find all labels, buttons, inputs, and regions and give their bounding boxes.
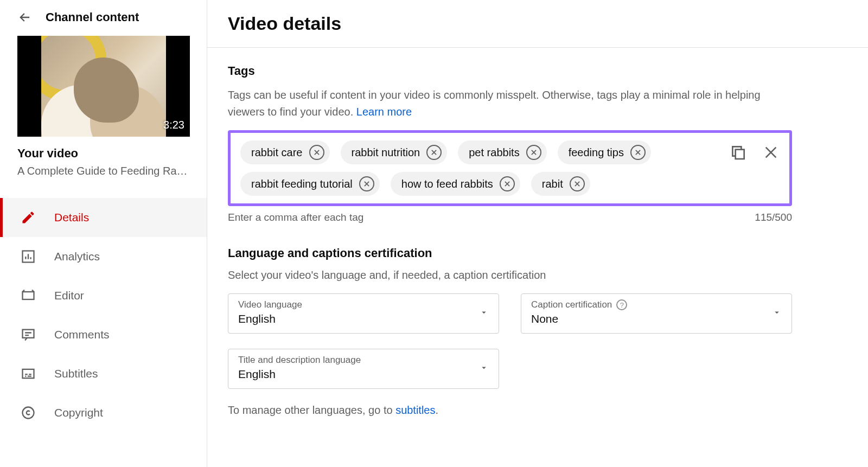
tag-chip: rabbit nutrition bbox=[341, 140, 448, 164]
video-thumbnail[interactable]: 3:23 bbox=[17, 36, 190, 137]
tag-label: rabit bbox=[542, 178, 563, 190]
page-title: Video details bbox=[228, 13, 868, 34]
sidebar-item-label: Analytics bbox=[54, 250, 100, 263]
subtitles-link[interactable]: subtitles bbox=[395, 404, 435, 416]
sidebar-item-label: Subtitles bbox=[54, 367, 98, 380]
tags-hint: Enter a comma after each tag bbox=[228, 212, 363, 223]
pencil-icon bbox=[21, 210, 36, 225]
copy-tags-icon[interactable] bbox=[730, 144, 747, 161]
title-desc-lang-label: Title and description language bbox=[238, 355, 489, 366]
your-video-title: A Complete Guide to Feeding Rabbit… bbox=[17, 165, 189, 177]
tags-footer: Enter a comma after each tag 115/500 bbox=[228, 212, 792, 223]
video-language-label: Video language bbox=[238, 299, 489, 310]
help-icon[interactable]: ? bbox=[616, 299, 627, 310]
sidebar-item-label: Details bbox=[54, 211, 89, 224]
analytics-icon bbox=[21, 249, 36, 264]
tag-chip: feeding tips bbox=[558, 140, 651, 164]
learn-more-link[interactable]: Learn more bbox=[356, 106, 412, 118]
channel-content-title: Channel content bbox=[46, 10, 139, 24]
your-video-block: Your video A Complete Guide to Feeding R… bbox=[0, 146, 207, 183]
svg-rect-2 bbox=[23, 330, 34, 338]
language-selects-row: Video language English Caption certifica… bbox=[228, 293, 792, 334]
sidebar-item-subtitles[interactable]: Subtitles bbox=[0, 354, 207, 393]
tag-label: feeding tips bbox=[569, 146, 624, 159]
tag-chip: rabbit feeding tutorial bbox=[240, 172, 380, 196]
svg-point-4 bbox=[23, 407, 34, 419]
tag-chip: rabit bbox=[531, 172, 590, 196]
sidebar-item-label: Comments bbox=[54, 328, 110, 341]
tag-label: rabbit care bbox=[251, 146, 303, 159]
caption-cert-label-text: Caption certification bbox=[531, 299, 612, 310]
tag-label: rabbit nutrition bbox=[352, 146, 420, 159]
manage-post: . bbox=[436, 404, 439, 416]
sidebar-item-comments[interactable]: Comments bbox=[0, 315, 207, 354]
tag-chip: how to feed rabbits bbox=[391, 172, 520, 196]
video-language-select[interactable]: Video language English bbox=[228, 293, 499, 334]
remove-tag-icon[interactable] bbox=[570, 176, 585, 191]
caret-down-icon bbox=[772, 308, 782, 319]
tag-chip: rabbit care bbox=[240, 140, 330, 164]
sidebar-item-copyright[interactable]: Copyright bbox=[0, 393, 207, 432]
remove-tag-icon[interactable] bbox=[426, 145, 442, 160]
main-header: Video details bbox=[207, 0, 868, 48]
tags-chip-container: rabbit carerabbit nutritionpet rabbitsfe… bbox=[240, 140, 722, 196]
tags-box-actions bbox=[730, 140, 780, 161]
tag-label: rabbit feeding tutorial bbox=[251, 178, 353, 190]
tags-description: Tags can be useful if content in your vi… bbox=[228, 87, 792, 120]
sidebar-item-analytics[interactable]: Analytics bbox=[0, 237, 207, 276]
thumbnail-image bbox=[41, 36, 166, 137]
language-description: Select your video's language and, if nee… bbox=[228, 269, 847, 282]
caption-cert-label: Caption certification ? bbox=[531, 299, 782, 310]
comments-icon bbox=[21, 327, 36, 342]
title-desc-lang-value: English bbox=[238, 368, 489, 381]
sidebar-header: Channel content bbox=[0, 10, 207, 36]
main-body: Tags Tags can be useful if content in yo… bbox=[207, 48, 868, 417]
sidebar-item-label: Copyright bbox=[54, 406, 103, 419]
subtitles-icon bbox=[21, 366, 36, 381]
remove-tag-icon[interactable] bbox=[526, 145, 541, 160]
manage-pre: To manage other languages, go to bbox=[228, 404, 395, 416]
back-arrow-icon[interactable] bbox=[17, 10, 33, 25]
svg-rect-5 bbox=[736, 150, 744, 159]
tag-label: how to feed rabbits bbox=[401, 178, 493, 190]
remove-tag-icon[interactable] bbox=[359, 176, 374, 191]
tags-heading: Tags bbox=[228, 64, 847, 78]
language-heading: Language and captions certification bbox=[228, 246, 847, 260]
video-duration: 3:23 bbox=[163, 119, 184, 131]
caption-certification-select[interactable]: Caption certification ? None bbox=[521, 293, 792, 334]
sidebar-item-editor[interactable]: Editor bbox=[0, 276, 207, 315]
caret-down-icon bbox=[479, 363, 489, 375]
copyright-icon bbox=[21, 405, 36, 420]
remove-tag-icon[interactable] bbox=[309, 145, 324, 160]
caption-cert-value: None bbox=[531, 312, 782, 325]
tags-input-box[interactable]: rabbit carerabbit nutritionpet rabbitsfe… bbox=[228, 130, 792, 206]
editor-icon bbox=[21, 288, 36, 303]
tag-label: pet rabbits bbox=[469, 146, 519, 159]
title-desc-language-select[interactable]: Title and description language English bbox=[228, 349, 499, 389]
remove-tag-icon[interactable] bbox=[630, 145, 646, 160]
title-lang-row: Title and description language English bbox=[228, 349, 792, 389]
caret-down-icon bbox=[479, 308, 489, 319]
svg-rect-1 bbox=[23, 292, 34, 299]
sidebar-nav: Details Analytics Editor Comments Subtit… bbox=[0, 198, 207, 432]
clear-tags-icon[interactable] bbox=[762, 144, 780, 161]
manage-languages-note: To manage other languages, go to subtitl… bbox=[228, 404, 847, 417]
sidebar-item-details[interactable]: Details bbox=[0, 198, 207, 237]
main: Video details Tags Tags can be useful if… bbox=[207, 0, 868, 467]
tag-chip: pet rabbits bbox=[458, 140, 546, 164]
sidebar-item-label: Editor bbox=[54, 289, 84, 302]
tags-counter: 115/500 bbox=[755, 212, 792, 223]
tags-desc-text: Tags can be useful if content in your vi… bbox=[228, 89, 761, 118]
video-language-value: English bbox=[238, 312, 489, 325]
sidebar: Channel content 3:23 Your video A Comple… bbox=[0, 0, 207, 467]
remove-tag-icon[interactable] bbox=[500, 176, 515, 191]
your-video-label: Your video bbox=[17, 146, 189, 161]
